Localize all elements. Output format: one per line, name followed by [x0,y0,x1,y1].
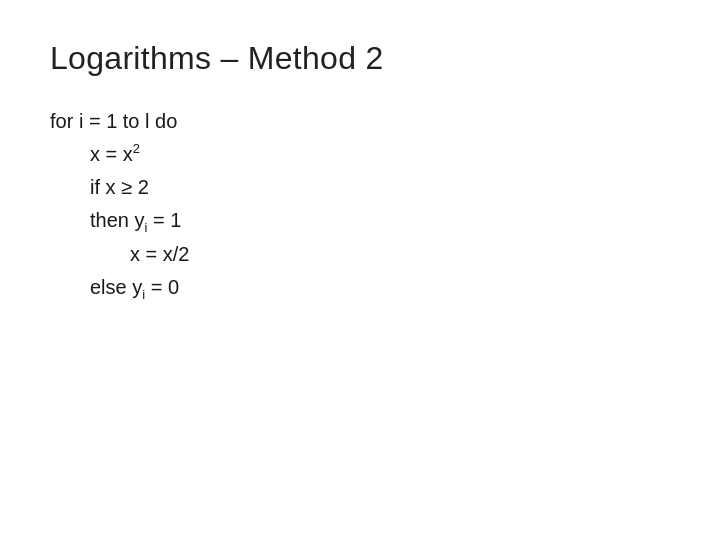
code-line-4: then yi = 1 [90,204,670,238]
x-halve-text: x = x/2 [130,243,189,265]
x-assign-text: x = x2 [90,143,140,165]
page-title: Logarithms – Method 2 [50,40,670,77]
code-line-5: x = x/2 [130,238,670,271]
then-assign-text: then yi = 1 [90,209,181,231]
if-condition-text: if x ≥ 2 [90,176,149,198]
code-line-6: else yi = 0 [90,271,670,305]
code-line-3: if x ≥ 2 [90,171,670,204]
code-line-1: for i = 1 to l do [50,105,670,138]
else-assign-text: else yi = 0 [90,276,179,298]
page-container: Logarithms – Method 2 for i = 1 to l do … [0,0,720,540]
for-loop-text: for i = 1 to l do [50,110,177,132]
code-block: for i = 1 to l do x = x2 if x ≥ 2 then y… [50,105,670,306]
code-line-2: x = x2 [90,138,670,171]
